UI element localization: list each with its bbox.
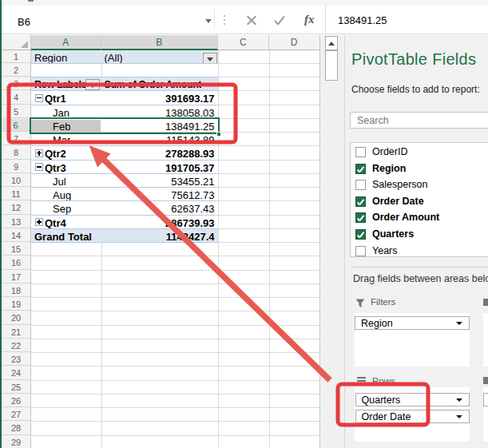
row-header-29[interactable]: 29 [2, 436, 30, 448]
row-header-21[interactable]: 21 [2, 326, 30, 339]
checkbox-unchecked-icon[interactable] [355, 147, 366, 157]
field-name: Order Amount [372, 212, 439, 223]
row-header-10[interactable]: 10 [2, 174, 30, 187]
field-name: Years [372, 245, 398, 256]
field-item-orderid[interactable]: OrderID [351, 144, 488, 161]
row-header-1[interactable]: 1 [2, 50, 30, 63]
formula-input[interactable]: 138491.25 [338, 14, 387, 26]
row-header-18[interactable]: 18 [2, 284, 30, 297]
vertical-scrollbar[interactable] [320, 35, 345, 448]
row-header-14[interactable]: 14 [2, 229, 30, 242]
row-headers: 1234567891011121314151617181920212223242… [2, 50, 31, 448]
gridline-v [218, 50, 219, 448]
chip-dropdown-icon[interactable] [456, 398, 462, 402]
row-header-16[interactable]: 16 [2, 256, 30, 269]
ribbon-remnant [28, 0, 34, 2]
columns-drop-zone-sliver[interactable] [483, 313, 488, 367]
row-header-19[interactable]: 19 [2, 298, 30, 311]
gridline-h [31, 435, 320, 436]
rows-area-icon [357, 377, 366, 386]
row-header-6[interactable]: 6 [2, 119, 31, 132]
search-box[interactable] [350, 112, 488, 129]
sheet-grid[interactable] [31, 50, 320, 448]
scrollbar-thumb[interactable] [325, 50, 338, 81]
field-item-quarters[interactable]: Quarters [351, 226, 488, 243]
rows-area-label: Rows [372, 376, 395, 386]
checkbox-checked-icon[interactable] [355, 229, 366, 240]
row-header-7[interactable]: 7 [2, 133, 30, 145]
scroll-up-button[interactable] [325, 36, 338, 50]
gridline-h [31, 339, 320, 339]
name-box[interactable]: B6 [10, 7, 214, 31]
field-item-order-date[interactable]: Order Date [351, 193, 488, 210]
name-box-dropdown-icon[interactable] [205, 19, 212, 23]
gridline-h [31, 352, 320, 353]
values-area-icon-sliver [483, 377, 488, 384]
row-header-22[interactable]: 22 [2, 339, 30, 352]
row-header-4[interactable]: 4 [2, 91, 30, 104]
field-name: Salesperson [372, 179, 428, 190]
row-header-20[interactable]: 20 [2, 311, 30, 324]
filter-chip-region[interactable]: Region [355, 316, 470, 330]
chip-label: Quarters [362, 394, 401, 406]
name-box-value: B6 [18, 16, 30, 28]
name-box-divider [214, 9, 215, 30]
row-header-23[interactable]: 23 [2, 353, 30, 366]
checkbox-checked-icon[interactable] [355, 196, 366, 207]
enter-icon[interactable] [275, 15, 286, 25]
chip-dropdown-icon[interactable] [456, 415, 462, 418]
gridline-h [31, 283, 320, 284]
field-item-years[interactable]: Years [351, 243, 488, 257]
field-item-region[interactable]: Region [351, 161, 488, 177]
gridline-h [31, 325, 320, 326]
row-header-11[interactable]: 11 [2, 188, 30, 200]
ribbon-bottom-sliver [0, 0, 488, 6]
values-chip-sliver[interactable] [483, 393, 488, 406]
row-header-26[interactable]: 26 [2, 394, 30, 407]
formula-bar-divider [325, 6, 326, 34]
gridline-h [31, 421, 320, 422]
checkbox-unchecked-icon[interactable] [355, 246, 366, 256]
gridline-v [101, 64, 102, 77]
rows-chip-quarters[interactable]: Quarters [355, 393, 470, 406]
field-item-salesperson[interactable]: Salesperson [351, 176, 488, 193]
row-header-15[interactable]: 15 [2, 243, 30, 256]
row-header-9[interactable]: 9 [2, 161, 30, 173]
column-header-d[interactable]: D [269, 35, 320, 50]
column-header-b[interactable]: B [101, 35, 219, 50]
pane-title: PivotTable Fields [351, 50, 476, 69]
columns-area-icon-sliver [483, 299, 488, 306]
column-header-a[interactable]: A [31, 35, 101, 50]
column-header-c[interactable]: C [218, 35, 269, 50]
field-name: OrderID [372, 146, 407, 157]
gridline-v [269, 50, 270, 448]
row-header-12[interactable]: 12 [2, 201, 30, 214]
choose-fields-label: Choose fields to add to report: [351, 84, 480, 95]
rows-chip-order-date[interactable]: Order Date [355, 410, 470, 423]
checkbox-checked-icon[interactable] [355, 212, 366, 223]
formula-bar-grip[interactable] [224, 15, 226, 26]
selection-fill-handle[interactable] [216, 132, 221, 137]
row-header-2[interactable]: 2 [2, 64, 30, 77]
row-header-17[interactable]: 17 [2, 271, 30, 283]
row-header-28[interactable]: 28 [2, 422, 30, 434]
row-header-3[interactable]: 3 [2, 77, 30, 90]
gridline-h [31, 311, 320, 311]
row-header-8[interactable]: 8 [2, 146, 30, 159]
checkbox-unchecked-icon[interactable] [355, 180, 366, 190]
pane-separator [351, 267, 488, 268]
row-header-24[interactable]: 24 [2, 367, 30, 379]
checkbox-checked-icon[interactable] [355, 164, 366, 174]
row-header-25[interactable]: 25 [2, 381, 30, 394]
row-header-13[interactable]: 13 [2, 216, 30, 228]
insert-function-icon[interactable]: fx [304, 13, 315, 26]
field-item-order-amount[interactable]: Order Amount [351, 209, 488, 226]
gridline-h [31, 407, 320, 408]
select-all-corner[interactable] [2, 35, 31, 50]
cancel-icon[interactable] [247, 15, 256, 25]
row-header-5[interactable]: 5 [2, 105, 30, 118]
search-input[interactable] [355, 113, 475, 127]
field-name: Region [372, 163, 406, 174]
row-header-27[interactable]: 27 [2, 408, 30, 421]
chip-dropdown-icon[interactable] [456, 322, 462, 325]
